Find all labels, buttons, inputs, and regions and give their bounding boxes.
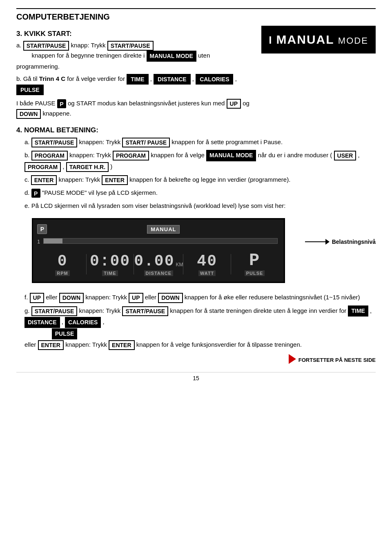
4d-pause-icon: P bbox=[31, 189, 40, 198]
4b-text1: knappen: Trykk bbox=[69, 152, 111, 158]
4g-box2: START/PAUSE bbox=[122, 306, 168, 316]
item-b-prefix: b. Gå til bbox=[16, 75, 38, 82]
section-4b: b. PROGRAM knappen: Trykk PROGRAM knappe… bbox=[24, 150, 376, 172]
manual-mode-inline-1: MANUAL MODE bbox=[147, 51, 196, 61]
lcd-watt-label: WATT bbox=[198, 270, 216, 276]
4f-text4: knappen for å øke eller redusere belastn… bbox=[185, 294, 360, 301]
4c-box2: ENTER bbox=[102, 175, 127, 185]
4g-distance: DISTANCE bbox=[24, 317, 60, 328]
pause-text: I både PAUSE P og START modus kan belast… bbox=[16, 98, 253, 119]
4c-text1: knappen: Trykk bbox=[58, 176, 100, 183]
section-3b: b. Gå til Trinn 4 C for å velge verdier … bbox=[16, 74, 253, 95]
4f-text1: eller bbox=[46, 294, 57, 301]
lcd-distance-cell: 0.00 KM DISTANCE bbox=[134, 254, 183, 276]
4g-time: TIME bbox=[348, 305, 368, 317]
up-box-1: UP bbox=[227, 99, 241, 109]
level-bar-row: 1 bbox=[37, 236, 280, 247]
page-number: 15 bbox=[16, 372, 376, 381]
lcd-section: P MANUAL 1 0 RPM bbox=[16, 214, 376, 287]
lcd-pulse-label: PULSE bbox=[245, 270, 265, 276]
4b-manual: MANUAL MODE bbox=[206, 150, 256, 161]
section-3-heading: 3. KVIKK START: bbox=[16, 30, 253, 38]
4b-target: TARGET H.R. bbox=[66, 162, 109, 172]
lcd-watt-digit: 40 bbox=[183, 254, 230, 269]
pause-og: og bbox=[243, 100, 249, 107]
4g-enter2: ENTER bbox=[109, 340, 134, 350]
4g-enter1: ENTER bbox=[38, 340, 64, 350]
lcd-time-label: TIME bbox=[102, 270, 118, 276]
lcd-digits-row: 0 RPM 0:00 TIME 0.00 KM bbox=[37, 250, 280, 278]
lcd-level-bar-fill bbox=[44, 239, 62, 243]
4c-prefix: c. bbox=[24, 176, 29, 183]
arrow-line bbox=[305, 241, 325, 242]
4b-prefix: b. bbox=[24, 152, 30, 158]
belastning-section: Belastningsnivå bbox=[305, 239, 376, 245]
4a-text2: knappen for å sette programmet i Pause. bbox=[172, 138, 283, 145]
startpause-box-2: START/PAUSE bbox=[107, 41, 154, 51]
item-b-bold: Trinn 4 C bbox=[39, 75, 65, 82]
section-4d: d. P "PAUSE MODE" vil lyse på LCD skjerm… bbox=[24, 187, 376, 198]
manual-mode-header-text: I MANUAL MODE bbox=[267, 33, 370, 47]
4e-text: e. På LCD skjermen vil nå lysraden som v… bbox=[24, 202, 285, 209]
level-number: 1 bbox=[37, 239, 40, 245]
lcd-pulse-cell: P PULSE bbox=[231, 252, 278, 276]
4g-text1: knappen: Trykk bbox=[79, 307, 121, 314]
4d-text: "PAUSE MODE" vil lyse på LCD skjermen. bbox=[42, 189, 158, 196]
4f-down-box: DOWN bbox=[59, 293, 84, 303]
4b-box2: PROGRAM bbox=[113, 151, 149, 161]
startpause-box-1: START/PAUSE bbox=[23, 41, 69, 51]
section-4-heading: 4. NORMAL BETJENING: bbox=[16, 126, 376, 134]
4g-text3: eller bbox=[24, 341, 36, 348]
lcd-pause-icon: P bbox=[37, 224, 47, 234]
lcd-level-bar bbox=[43, 238, 278, 244]
section-4f: f. UP eller DOWN knappen: Trykk UP eller… bbox=[24, 292, 376, 303]
4b-user: USER bbox=[334, 151, 356, 161]
lcd-distance-label: DISTANCE bbox=[144, 270, 173, 276]
lcd-pulse-digit: P bbox=[231, 252, 278, 269]
pause-icon-1: P bbox=[57, 99, 66, 108]
calories-box-header: CALORIES bbox=[196, 74, 233, 85]
item-a-prefix: a. bbox=[16, 42, 22, 49]
footer-section: FORTSETTER PÅ NESTE SIDE bbox=[16, 354, 376, 364]
arrow-head bbox=[325, 239, 330, 245]
4a-text1: knappen: Trykk bbox=[79, 138, 121, 145]
pulse-box: PULSE bbox=[16, 85, 44, 95]
fortsetter-text: FORTSETTER PÅ NESTE SIDE bbox=[298, 357, 376, 363]
footer-arrow bbox=[289, 354, 296, 364]
4f-down-box2: DOWN bbox=[158, 293, 183, 303]
pause-text-2: og START modus kan belastningsnivået jus… bbox=[68, 100, 225, 107]
manual-mode-header-box: I MANUAL MODE bbox=[261, 26, 376, 54]
lcd-rpm-label: RPM bbox=[55, 270, 69, 276]
section-4: 4. NORMAL BETJENING: a. START/PAUSE knap… bbox=[16, 126, 376, 364]
4a-prefix: a. bbox=[24, 138, 30, 145]
item-a-text2: knappen for å begynne treningen direkte … bbox=[32, 52, 145, 59]
4g-text2: knappen for å starte treningen direkte u… bbox=[170, 307, 346, 314]
lcd-distance-digit: 0.00 bbox=[134, 254, 174, 269]
down-box-1: DOWN bbox=[16, 109, 41, 119]
4g-text4: knappen: Trykk bbox=[65, 341, 107, 348]
lcd-watt-cell: 40 WATT bbox=[183, 254, 230, 276]
4a-box2: START/ PAUSE bbox=[122, 138, 170, 147]
4f-up-box2: UP bbox=[129, 293, 143, 303]
4b-program: PROGRAM bbox=[24, 162, 61, 172]
4f-text3: eller bbox=[145, 294, 156, 301]
4b-box1: PROGRAM bbox=[31, 151, 68, 161]
4f-up-box: UP bbox=[30, 293, 44, 303]
4g-pulse: PULSE bbox=[52, 328, 78, 340]
4g-prefix: g. bbox=[24, 307, 30, 314]
lcd-time-cell: 0:00 TIME bbox=[87, 254, 134, 276]
4f-prefix: f. bbox=[24, 294, 28, 301]
4b-text2: knappen for å velge bbox=[151, 152, 205, 158]
section-4a: a. START/PAUSE knappen: Trykk START/ PAU… bbox=[24, 137, 376, 147]
lcd-km-label: KM bbox=[176, 262, 183, 268]
time-box: TIME bbox=[127, 74, 148, 85]
lcd-manual-badge: MANUAL bbox=[147, 225, 180, 234]
section-3a: a. START/PAUSE knapp: Trykk START/PAUSE … bbox=[16, 40, 253, 71]
4d-prefix: d. bbox=[24, 189, 30, 196]
pause-text-3: knappene. bbox=[43, 110, 71, 117]
section-3: 3. KVIKK START: a. START/PAUSE knapp: Tr… bbox=[16, 26, 376, 121]
item-b-text: for å velge verdier for bbox=[67, 75, 125, 82]
lcd-display: P MANUAL 1 0 RPM bbox=[32, 218, 285, 283]
4c-text2: knappen for å bekrefte og legge inn verd… bbox=[129, 176, 290, 183]
page-title: COMPUTERBETJENING bbox=[16, 8, 376, 22]
